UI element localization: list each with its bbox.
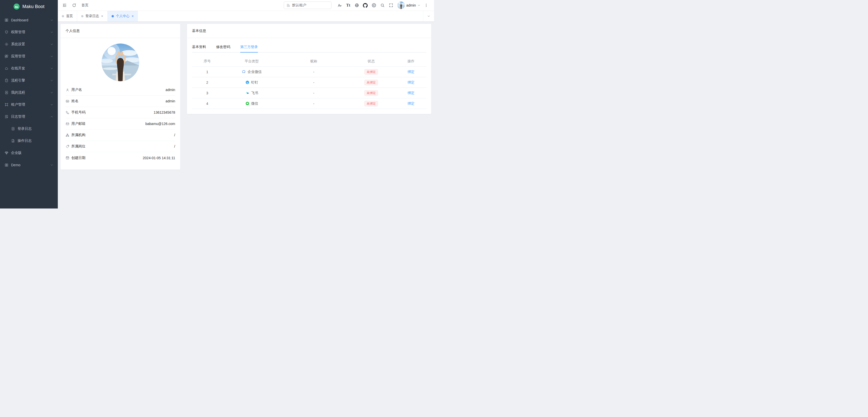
chevron-down-icon [50,91,53,94]
sidebar-item-permissions[interactable]: 权限管理 [0,26,58,38]
sidebar-item-app-management[interactable]: 应用管理 [0,50,58,62]
platform-cell: 企业微信 [222,70,281,74]
tab-list-dropdown[interactable] [423,11,434,21]
language-button[interactable] [352,1,361,9]
dingtalk-icon [245,80,250,85]
diamond-icon [4,151,8,155]
sidebar-item-tenant-management[interactable]: 租户管理 [0,98,58,111]
chevron-down-icon [50,43,53,46]
apps-icon [4,54,8,58]
demo-grid-icon [4,163,8,167]
chevron-down-icon [50,103,53,106]
tag-icon [66,145,69,148]
field-value: / [174,133,175,137]
table-row: 1 企业微信 - 未绑定 绑定 [192,67,426,77]
app-window: Maku Boot Dashboard 权限管理 系统设置 应用管理 [0,0,434,208]
sidebar-item-enterprise[interactable]: 企业版 [0,147,58,159]
id-card-icon [66,99,69,103]
page-content: 个人信息 用户名 admin [58,21,434,208]
profile-avatar[interactable] [101,43,139,81]
sidebar-item-workflow-engine[interactable]: 流程引擎 [0,75,58,87]
table-row: 3 飞书 - 未绑定 绑定 [192,88,426,98]
bind-link[interactable]: 绑定 [396,80,426,85]
breadcrumb[interactable]: 首页 [82,3,89,7]
nickname-cell: - [281,101,346,106]
basic-info-card: 基本信息 基本资料 修改密码 第三方登录 序号 平台类型 昵称 状态 操作 [187,24,432,114]
row-index: 3 [192,91,222,95]
dashboard-grid-icon [4,18,8,22]
field-value: / [174,144,175,148]
chevron-down-icon [427,14,430,18]
basic-info-title: 基本信息 [187,24,431,38]
sidebar-item-online-dev[interactable]: 在线开发 [0,62,58,75]
status-badge: 未绑定 [364,101,378,107]
github-button[interactable] [361,1,370,9]
row-index: 1 [192,70,222,74]
sidebar-collapse-button[interactable] [61,2,68,8]
document-check-icon [4,115,8,119]
close-icon[interactable]: ✕ [131,15,134,18]
field-value: 13612345678 [154,111,175,114]
sidebar: Maku Boot Dashboard 权限管理 系统设置 应用管理 [0,0,58,208]
document-icon [11,139,15,143]
gear-icon [4,42,8,46]
third-party-table: 序号 平台类型 昵称 状态 操作 1 企业微信 - [192,56,426,109]
field-phone: 手机号码 13612345678 [66,107,175,118]
status-badge: 未绑定 [364,90,378,96]
tab-third-party-login[interactable]: 第三方登录 [240,42,258,53]
tenant-value: 默认租户 [292,3,306,7]
tab-basic-data[interactable]: 基本资料 [192,42,206,53]
tab-home[interactable]: 首页 [58,11,77,21]
row-index: 2 [192,81,222,85]
gitee-icon [371,3,376,8]
nickname-cell: - [281,81,346,85]
username: admin [406,3,416,7]
app-logo[interactable]: Maku Boot [0,0,58,13]
field-value: admin [165,88,175,92]
main-area: 首页 默认租户 Tt [58,0,434,208]
fullscreen-button[interactable] [387,1,395,9]
chevron-down-icon [50,55,53,58]
tab-login-log[interactable]: 登录日志 ✕ [77,11,107,21]
profile-card: 个人信息 用户名 admin [60,24,180,170]
refresh-button[interactable] [71,2,78,8]
calendar-icon [66,156,69,160]
sidebar-item-operation-log[interactable]: 操作日志 [0,135,58,147]
bind-link[interactable]: 绑定 [396,91,426,95]
sidebar-item-demo[interactable]: Demo [0,159,58,171]
sidebar-item-dashboard[interactable]: Dashboard [0,14,58,26]
app-title: Maku Boot [22,4,44,9]
bind-link[interactable]: 绑定 [396,70,426,74]
search-button[interactable] [378,1,387,9]
user-icon [66,88,69,92]
sidebar-item-my-workflow[interactable]: 我的流程 [0,87,58,98]
shield-check-icon [4,30,8,34]
field-post: 所属岗位 / [66,141,175,152]
chevron-up-icon [50,115,53,118]
tab-change-password[interactable]: 修改密码 [216,42,230,53]
sidebar-item-login-log[interactable]: 登录日志 [0,123,58,135]
more-options-button[interactable] [422,1,431,9]
refresh-icon [72,3,76,7]
font-size-button[interactable]: Tt [344,1,352,9]
translate-button[interactable] [336,1,344,9]
status-badge: 未绑定 [364,69,378,75]
table-row: 4 微信 - 未绑定 绑定 [192,98,426,109]
close-icon[interactable]: ✕ [101,15,103,18]
tab-dot [112,15,114,17]
gitee-button[interactable] [370,1,378,9]
status-badge: 未绑定 [364,80,378,85]
field-email: 用户邮箱 babamu@126.com [66,118,175,129]
sidebar-item-system-settings[interactable]: 系统设置 [0,38,58,50]
chevron-down-icon [417,4,421,7]
wecom-icon [242,70,246,74]
app-logo-icon [13,3,20,10]
tenant-select[interactable]: 默认租户 [284,1,332,9]
bind-link[interactable]: 绑定 [396,101,426,106]
sidebar-item-log-management[interactable]: 日志管理 [0,111,58,123]
user-menu[interactable]: admin [397,1,421,9]
tab-bar: 首页 登录日志 ✕ 个人中心 ✕ [58,11,434,21]
tab-dot [62,15,64,17]
tab-profile-center[interactable]: 个人中心 ✕ [107,11,138,21]
basic-info-body: 基本资料 修改密码 第三方登录 序号 平台类型 昵称 状态 操作 [187,38,431,114]
